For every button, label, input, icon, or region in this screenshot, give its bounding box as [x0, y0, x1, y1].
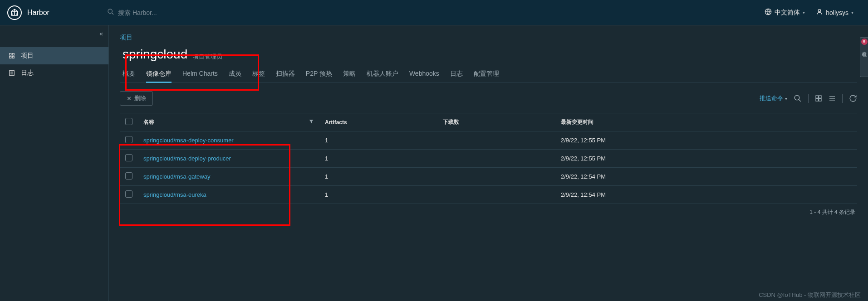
sidebar-collapse-button[interactable]: « — [99, 30, 103, 37]
list-icon — [8, 69, 15, 77]
project-role: 项目管理员 — [193, 53, 222, 61]
tab-11[interactable]: 配置管理 — [474, 66, 499, 83]
project-name: springcloud — [123, 47, 187, 62]
brand-name: Harbor — [27, 9, 49, 17]
cell-artifacts: 1 — [319, 186, 437, 204]
user-menu[interactable]: hollysys ▾ — [816, 8, 853, 17]
main-content: 项目 springcloud 项目管理员 概要镜像仓库Helm Charts成员… — [109, 25, 868, 301]
tab-0[interactable]: 概要 — [123, 66, 135, 83]
nav: 项目 日志 — [0, 47, 108, 82]
divider — [842, 94, 843, 103]
cell-updated: 2/9/22, 12:54 PM — [555, 186, 857, 204]
cell-updated: 2/9/22, 12:54 PM — [555, 168, 857, 186]
repo-link[interactable]: springcloud/msa-deploy-consumer — [143, 137, 234, 144]
cell-artifacts: 1 — [319, 131, 437, 150]
svg-rect-7 — [12, 56, 14, 58]
svg-point-0 — [108, 9, 112, 13]
chevron-down-icon: ▾ — [803, 10, 805, 15]
row-checkbox[interactable] — [125, 190, 132, 198]
col-header-updated[interactable]: 最新变更时间 — [555, 113, 857, 131]
language-selector[interactable]: 中文简体 ▾ — [765, 8, 805, 17]
tab-7[interactable]: 策略 — [343, 66, 356, 83]
col-header-downloads[interactable]: 下载数 — [437, 113, 555, 131]
cell-downloads — [437, 131, 555, 150]
filter-icon[interactable] — [309, 119, 314, 126]
cell-updated: 2/9/22, 12:55 PM — [555, 131, 857, 150]
repo-link[interactable]: springcloud/msa-eureka — [143, 191, 206, 198]
sidebar: « 项目 日志 — [0, 25, 109, 301]
cell-downloads — [437, 168, 555, 186]
tab-9[interactable]: Webhooks — [409, 66, 439, 83]
language-label: 中文简体 — [775, 9, 800, 17]
svg-line-13 — [799, 99, 801, 102]
logo-section: Harbor — [7, 5, 93, 20]
delete-label: 删除 — [134, 94, 146, 102]
search-button[interactable] — [794, 94, 802, 102]
repo-link[interactable]: springcloud/msa-deploy-producer — [143, 155, 231, 162]
tab-4[interactable]: 标签 — [252, 66, 265, 83]
repositories-table: 名称 Artifacts 下载数 最新变更时间 springcloud/msa-… — [120, 113, 857, 204]
row-checkbox[interactable] — [125, 136, 132, 143]
view-list-button[interactable] — [829, 95, 836, 102]
search-input[interactable] — [118, 9, 200, 16]
svg-point-12 — [794, 95, 799, 100]
tab-10[interactable]: 日志 — [450, 66, 463, 83]
cell-updated: 2/9/22, 12:55 PM — [555, 150, 857, 168]
cell-downloads — [437, 150, 555, 168]
pagination-info: 1 - 4 共计 4 条记录 — [120, 204, 857, 221]
title-row: springcloud 项目管理员 — [120, 47, 857, 62]
svg-rect-16 — [816, 99, 818, 101]
tab-3[interactable]: 成员 — [229, 66, 241, 83]
svg-rect-17 — [819, 99, 821, 101]
svg-line-1 — [112, 13, 113, 15]
side-widget-text: 抢红包 — [861, 46, 868, 49]
tab-5[interactable]: 扫描器 — [276, 66, 295, 83]
globe-icon — [765, 8, 772, 17]
table-header-row: 名称 Artifacts 下载数 最新变更时间 — [120, 113, 857, 131]
svg-rect-14 — [816, 96, 818, 98]
cell-downloads — [437, 186, 555, 204]
user-icon — [816, 8, 823, 17]
svg-rect-6 — [10, 56, 11, 58]
svg-rect-15 — [819, 96, 821, 98]
harbor-logo-icon[interactable] — [7, 5, 22, 20]
table-row: springcloud/msa-eureka12/9/22, 12:54 PM — [120, 186, 857, 204]
row-checkbox[interactable] — [125, 172, 132, 180]
tab-2[interactable]: Helm Charts — [182, 66, 218, 83]
push-command-dropdown[interactable]: 推送命令 ▾ — [760, 94, 787, 102]
header-right: 中文简体 ▾ hollysys ▾ — [765, 8, 861, 17]
search-icon — [107, 8, 114, 17]
toolbar: ✕ 删除 推送命令 ▾ — [120, 91, 857, 106]
username-label: hollysys — [826, 9, 848, 16]
badge-count: 5 — [861, 39, 868, 45]
chevron-down-icon: ▾ — [851, 10, 853, 15]
tab-8[interactable]: 机器人账户 — [367, 66, 398, 83]
col-header-name[interactable]: 名称 — [138, 113, 319, 131]
divider — [808, 94, 809, 103]
tab-1[interactable]: 镜像仓库 — [146, 66, 172, 83]
sidebar-item-projects[interactable]: 项目 — [0, 47, 108, 64]
svg-rect-5 — [12, 53, 14, 55]
row-checkbox[interactable] — [125, 154, 132, 161]
select-all-checkbox[interactable] — [125, 118, 132, 125]
col-header-artifacts[interactable]: Artifacts — [319, 113, 437, 131]
tab-6[interactable]: P2P 预热 — [306, 66, 332, 83]
cell-artifacts: 1 — [319, 168, 437, 186]
push-command-label: 推送命令 — [760, 94, 783, 102]
side-widget[interactable]: 5 抢红包 — [860, 37, 868, 77]
svg-point-3 — [819, 10, 821, 12]
delete-button[interactable]: ✕ 删除 — [120, 91, 153, 106]
refresh-button[interactable] — [849, 94, 857, 102]
toolbar-right: 推送命令 ▾ — [760, 94, 857, 103]
repo-link[interactable]: springcloud/msa-gateway — [143, 173, 210, 180]
chevron-down-icon: ▾ — [785, 96, 787, 101]
table-row: springcloud/msa-deploy-consumer12/9/22, … — [120, 131, 857, 150]
sidebar-item-logs[interactable]: 日志 — [0, 64, 108, 82]
watermark: CSDN @IoTHub - 物联网开源技术社区 — [759, 291, 861, 299]
header: Harbor 中文简体 ▾ hollysys ▾ — [0, 0, 868, 25]
view-card-button[interactable] — [815, 95, 822, 102]
tabs: 概要镜像仓库Helm Charts成员标签扫描器P2P 预热策略机器人账户Web… — [120, 66, 857, 83]
grid-icon — [8, 52, 15, 59]
breadcrumb[interactable]: 项目 — [120, 34, 857, 42]
sidebar-item-label: 项目 — [21, 52, 34, 60]
